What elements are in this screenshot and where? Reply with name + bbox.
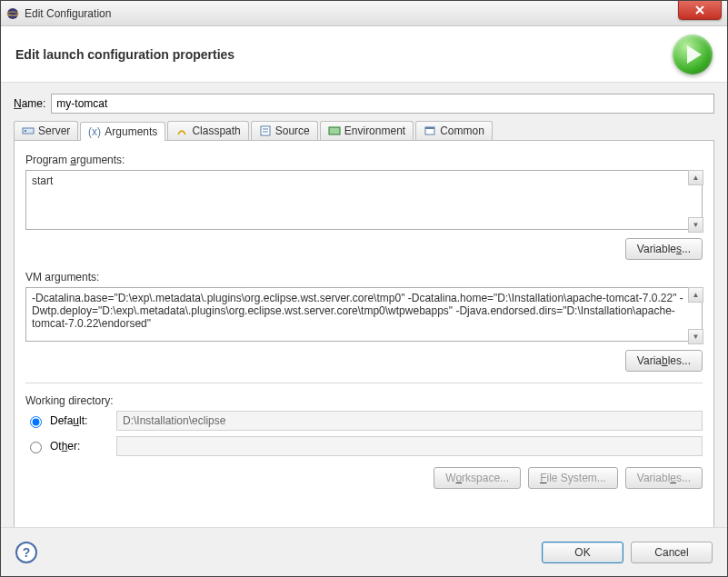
- scroll-up-icon[interactable]: ▲: [688, 170, 703, 185]
- other-radio-input[interactable]: [30, 442, 42, 453]
- svg-rect-5: [261, 126, 270, 135]
- default-radio[interactable]: Default:: [25, 413, 116, 428]
- svg-rect-8: [329, 127, 340, 134]
- dialog-header: Edit launch configuration properties: [1, 26, 727, 83]
- tab-label: Classpath: [192, 124, 240, 137]
- server-icon: [22, 124, 35, 137]
- tab-label: Source: [275, 124, 310, 137]
- default-dir-field: [116, 411, 703, 431]
- tab-classpath[interactable]: Classpath: [167, 121, 248, 140]
- svg-rect-2: [23, 128, 34, 134]
- scroll-down-icon[interactable]: ▼: [688, 329, 703, 344]
- svg-rect-10: [425, 127, 434, 129]
- name-row: Name:: [14, 94, 714, 114]
- vm-args-label: VM arguments:: [25, 271, 703, 284]
- common-icon: [424, 124, 436, 137]
- tab-environment[interactable]: Environment: [320, 121, 414, 140]
- cancel-button[interactable]: Cancel: [631, 542, 713, 563]
- scroll-down-icon[interactable]: ▼: [688, 217, 703, 233]
- environment-icon: [328, 124, 341, 137]
- source-icon: [259, 124, 272, 137]
- titlebar[interactable]: Edit Configuration: [1, 1, 727, 26]
- tab-arguments[interactable]: (x)= Arguments: [80, 122, 165, 141]
- default-radio-input[interactable]: [30, 416, 42, 428]
- scroll-up-icon[interactable]: ▲: [688, 287, 703, 303]
- dialog-title: Edit launch configuration properties: [15, 47, 234, 62]
- svg-rect-3: [25, 130, 26, 132]
- tab-label: Common: [440, 124, 484, 137]
- vm-variables-button[interactable]: Variables...: [625, 350, 703, 372]
- dialog-footer: ? OK Cancel: [1, 527, 727, 576]
- tab-label: Environment: [344, 124, 405, 137]
- filesystem-button: File System...: [528, 467, 618, 489]
- program-args-textarea[interactable]: [25, 170, 703, 230]
- close-icon: [694, 5, 705, 15]
- tab-source[interactable]: Source: [251, 121, 318, 140]
- run-icon: [673, 35, 713, 75]
- tab-server[interactable]: Server: [14, 121, 78, 140]
- working-directory-label: Working directory:: [25, 394, 703, 407]
- tab-label: Arguments: [105, 125, 157, 138]
- dialog-window: Edit Configuration Edit launch configura…: [0, 0, 728, 577]
- name-input[interactable]: [51, 94, 714, 114]
- svg-text:(x)=: (x)=: [88, 125, 101, 138]
- tab-common[interactable]: Common: [415, 121, 493, 140]
- program-args-label: Program arguments:: [25, 154, 703, 166]
- other-dir-field: [116, 436, 703, 456]
- close-button[interactable]: [678, 0, 722, 20]
- arguments-icon: (x)=: [88, 125, 101, 138]
- content-area: Name: Server (x)= Arguments Classpath So…: [1, 83, 727, 577]
- ok-button[interactable]: OK: [542, 542, 623, 563]
- separator: [25, 383, 703, 383]
- classpath-icon: [175, 124, 188, 137]
- name-label: Name:: [14, 97, 45, 110]
- help-button[interactable]: ?: [15, 542, 37, 563]
- vm-args-textarea[interactable]: [25, 287, 703, 342]
- program-variables-button[interactable]: Variables...: [625, 238, 703, 260]
- arguments-panel: Program arguments: ▲ ▼ Variables... VM a…: [14, 141, 714, 534]
- working-directory-group: Default: Other:: [25, 411, 703, 456]
- tab-label: Server: [38, 124, 70, 137]
- eclipse-icon: [6, 7, 19, 20]
- svg-point-0: [7, 8, 18, 19]
- workspace-button: Workspace...: [434, 467, 521, 489]
- other-radio[interactable]: Other:: [25, 439, 116, 453]
- window-title: Edit Configuration: [25, 7, 111, 20]
- tab-bar: Server (x)= Arguments Classpath Source E…: [14, 119, 714, 141]
- wd-variables-button: Variables...: [625, 467, 703, 489]
